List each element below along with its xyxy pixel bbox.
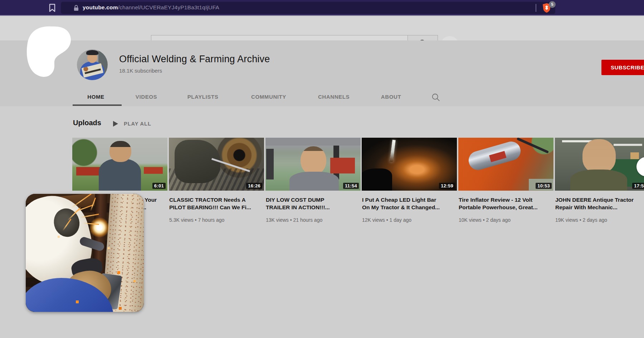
url-text[interactable]: youtube.com/channel/UCVERaEYJ4yP1Ba3t1qI… bbox=[83, 0, 219, 16]
tab-playlists[interactable]: PLAYLISTS bbox=[187, 94, 219, 100]
video-meta: 5.3K views • 7 hours ago bbox=[169, 217, 224, 223]
uploads-heading: Uploads bbox=[73, 119, 101, 127]
white-blob-overlay bbox=[26, 26, 75, 77]
channel-avatar[interactable] bbox=[77, 49, 108, 80]
video-title[interactable]: TRAILER IN ACTION!!!... bbox=[266, 204, 358, 211]
video-card[interactable]: 10:53 Tire Inflator Review - 12 Volt Por… bbox=[458, 138, 553, 227]
channel-title: Official Welding & Farming Archive bbox=[119, 54, 270, 65]
duration-badge: 17:50 bbox=[632, 183, 644, 189]
tab-about[interactable]: ABOUT bbox=[381, 94, 401, 100]
video-meta: 12K views • 1 day ago bbox=[362, 217, 411, 223]
video-thumbnail[interactable]: 16:26 bbox=[169, 138, 264, 191]
video-title[interactable]: JOHN DEERE Antique Tractor bbox=[555, 196, 644, 204]
tab-videos[interactable]: VIDEOS bbox=[136, 94, 157, 100]
video-title[interactable]: Tire Inflator Review - 12 Volt bbox=[459, 196, 551, 204]
lock-icon bbox=[73, 5, 79, 11]
video-thumbnail[interactable]: 17:50 bbox=[555, 138, 644, 191]
tab-community[interactable]: COMMUNITY bbox=[251, 94, 286, 100]
video-title[interactable]: Portable Powerhouse, Great... bbox=[459, 204, 551, 211]
video-card[interactable]: 11:54 DIY LOW COST DUMP TRAILER IN ACTIO… bbox=[265, 138, 361, 227]
video-card[interactable]: 12:59 I Put A Cheap LED Light Bar On My … bbox=[362, 138, 457, 227]
channel-search-button[interactable] bbox=[429, 92, 442, 103]
video-thumbnail[interactable]: 12:59 bbox=[362, 138, 457, 191]
video-thumbnail[interactable]: 10:53 bbox=[458, 138, 553, 191]
subscribe-button[interactable]: SUBSCRIBE bbox=[601, 60, 644, 75]
duration-badge: 16:26 bbox=[246, 183, 262, 189]
bookmark-icon[interactable] bbox=[49, 4, 55, 12]
browser-bar: youtube.com/channel/UCVERaEYJ4yP1Ba3t1qI… bbox=[0, 0, 644, 16]
video-title[interactable]: I Put A Cheap LED Light Bar bbox=[362, 196, 454, 204]
video-card[interactable]: 16:26 CLASSIC TRACTOR Needs A PILOT BEAR… bbox=[169, 138, 264, 227]
shield-badge-count: 5 bbox=[549, 1, 556, 8]
url-separator bbox=[536, 4, 536, 12]
video-card[interactable]: 17:50 JOHN DEERE Antique Tractor Repair … bbox=[555, 138, 644, 227]
search-icon bbox=[431, 93, 440, 102]
screen: youtube.com/channel/UCVERaEYJ4yP1Ba3t1qI… bbox=[0, 0, 644, 338]
video-thumbnail[interactable]: 11:54 bbox=[265, 138, 361, 191]
pip-welding-video-overlay[interactable] bbox=[26, 194, 144, 312]
video-title[interactable]: CLASSIC TRACTOR Needs A bbox=[169, 196, 262, 204]
video-title[interactable]: DIY LOW COST DUMP bbox=[266, 196, 358, 204]
url-path: /channel/UCVERaEYJ4yP1Ba3t1qIjUFA bbox=[118, 4, 219, 10]
play-all-label: PLAY ALL bbox=[124, 121, 151, 127]
video-meta: 10K views • 2 days ago bbox=[459, 217, 511, 223]
active-tab-underline bbox=[73, 104, 122, 106]
video-title[interactable]: Repair With Mechanic... bbox=[555, 204, 644, 211]
url-host: youtube.com bbox=[83, 4, 118, 10]
tab-channels[interactable]: CHANNELS bbox=[318, 94, 350, 100]
app-topbar: Search bbox=[0, 16, 644, 40]
duration-badge: 6:01 bbox=[152, 183, 166, 189]
tab-home[interactable]: HOME bbox=[87, 94, 104, 100]
video-title[interactable]: PILOT BEARING!!! Can We Fi... bbox=[169, 204, 262, 211]
video-title-fragment[interactable]: Your bbox=[145, 196, 157, 204]
avatar-art bbox=[86, 50, 98, 55]
video-meta: 13K views • 21 hours ago bbox=[266, 217, 322, 223]
pip-weld-glow bbox=[89, 217, 109, 237]
duration-badge: 10:53 bbox=[536, 183, 552, 189]
channel-header: Official Welding & Farming Archive 18.1K… bbox=[0, 40, 644, 106]
video-title[interactable]: On My Tractor & It Changed... bbox=[362, 204, 454, 211]
subscriber-count: 18.1K subscribers bbox=[119, 68, 162, 74]
video-thumbnail[interactable]: 6:01 bbox=[72, 138, 167, 191]
video-meta: 19K views • 2 days ago bbox=[555, 217, 607, 223]
duration-badge: 12:59 bbox=[439, 183, 455, 189]
duration-badge: 11:54 bbox=[343, 183, 359, 189]
play-icon bbox=[113, 121, 118, 127]
